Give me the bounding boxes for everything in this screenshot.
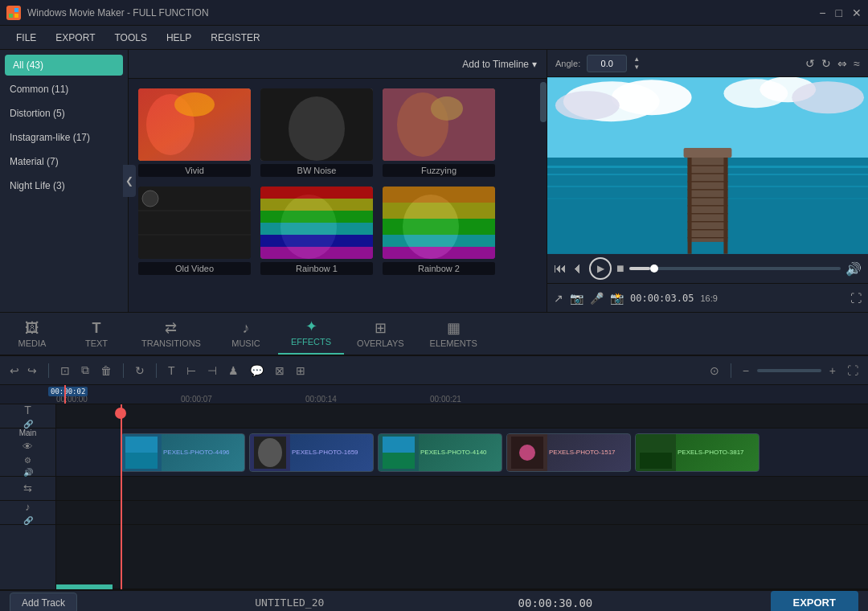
category-common[interactable]: Common (11)	[0, 77, 128, 101]
effect-oldvideo[interactable]: Old Video	[138, 187, 251, 275]
category-all[interactable]: All (43)	[5, 55, 123, 76]
preview-panel: Angle: ▲ ▼ ↺ ↻ ⇔ ≈	[547, 50, 868, 312]
main-track-eye-icon[interactable]: 👁	[23, 441, 33, 453]
svg-rect-73	[640, 453, 672, 469]
undo-button[interactable]: ↩	[6, 363, 23, 379]
effect-vivid[interactable]: Vivid	[138, 88, 251, 177]
tab-elements[interactable]: ▦ ELEMENTS	[417, 314, 490, 355]
bubble-tool[interactable]: 💬	[247, 363, 267, 379]
maximize-button[interactable]: □	[836, 6, 842, 19]
speed-tool[interactable]: ⊣	[204, 363, 220, 379]
music-icon: ♪	[242, 320, 249, 337]
playhead-circle[interactable]	[115, 408, 126, 419]
undo-icon[interactable]: ↺	[805, 57, 815, 70]
clip-pexels-1659[interactable]: PEXELS-PHOTO-1659	[249, 433, 374, 472]
category-instagram[interactable]: Instagram-like (17)	[0, 125, 128, 150]
menu-register[interactable]: REGISTER	[201, 29, 269, 47]
redo-button[interactable]: ↪	[24, 363, 40, 379]
settings-icon[interactable]: ≈	[854, 57, 860, 70]
category-material[interactable]: Material (7)	[0, 150, 128, 174]
delete-tool[interactable]: 🗑	[97, 363, 115, 379]
stop-button[interactable]: ■	[616, 261, 624, 276]
status-bar: Add Track UNTITLED_20 00:00:30.00 EXPORT	[0, 589, 868, 611]
svg-point-67	[258, 438, 282, 467]
prev-frame-button[interactable]: ⏴	[571, 261, 584, 276]
category-nightlife[interactable]: Night Life (3)	[0, 174, 128, 198]
tab-media[interactable]: 🖼 MEDIA	[0, 315, 64, 355]
svg-rect-32	[383, 203, 495, 219]
zoom-slider[interactable]	[757, 369, 821, 372]
tab-text[interactable]: T TEXT	[64, 315, 129, 355]
mirror-icon[interactable]: ⇔	[837, 57, 847, 70]
collapse-panel-button[interactable]: ❮	[123, 165, 136, 197]
effects-grid-outer: Vivid BW Noise	[129, 79, 547, 312]
redo-icon[interactable]: ↻	[821, 57, 831, 70]
video-preview	[547, 77, 868, 254]
clip-pexels-4140[interactable]: PEXELS-PHOTO-4140	[378, 433, 502, 472]
progress-thumb[interactable]	[650, 264, 658, 273]
copy-tool[interactable]: ⧉	[78, 362, 92, 379]
select-tool[interactable]: ⊡	[57, 363, 73, 379]
progress-bar[interactable]	[629, 267, 841, 270]
close-button[interactable]: ✕	[852, 6, 862, 19]
fullscreen-button[interactable]: ⛶	[850, 292, 862, 305]
add-to-timeline-button[interactable]: Add to Timeline ▾	[462, 59, 537, 70]
category-distortion[interactable]: Distortion (5)	[0, 101, 128, 125]
play-button[interactable]: ▶	[589, 257, 612, 280]
ruler-mark-1: 00:00:07	[181, 395, 212, 404]
minimize-button[interactable]: −	[819, 6, 825, 19]
zoom-in-icon[interactable]: +	[826, 363, 839, 379]
menu-help[interactable]: HELP	[157, 29, 201, 47]
loop-tool[interactable]: ↻	[132, 363, 148, 379]
menu-tools[interactable]: TOOLS	[104, 29, 156, 47]
export-button[interactable]: EXPORT	[771, 591, 858, 611]
clip-pexels-3817[interactable]: PEXELS-PHOTO-3817	[635, 433, 760, 472]
svg-rect-61	[688, 154, 692, 254]
skip-back-button[interactable]: ⏮	[554, 261, 567, 276]
effect-fuzzying[interactable]: Fuzzying	[383, 88, 495, 177]
effect-fuzzying-thumbnail	[383, 88, 495, 161]
main-area: All (43) Common (11) Distortion (5) Inst…	[0, 50, 868, 611]
person-tool[interactable]: ♟	[225, 363, 242, 379]
menubar: FILE EXPORT TOOLS HELP REGISTER	[0, 26, 868, 50]
motion-icon[interactable]: ↗	[554, 292, 563, 305]
tab-overlays[interactable]: ⊞ OVERLAYS	[344, 314, 417, 355]
split-tool[interactable]: ⊢	[183, 363, 199, 379]
menu-file[interactable]: FILE	[6, 29, 46, 47]
fullscreen-tl-button[interactable]: ⛶	[844, 363, 862, 379]
track-content: PEXELS-PHOTO-4496 PEXELS-PHOTO-1659	[56, 404, 868, 589]
angle-input[interactable]	[587, 55, 627, 72]
undo-redo-group: ↩ ↪	[6, 363, 40, 379]
camera-icon[interactable]: 📷	[570, 292, 583, 305]
effect-rainbow1[interactable]: Rainbow 1	[260, 187, 373, 275]
angle-arrows: ▲ ▼	[633, 55, 640, 71]
grid-tool[interactable]: ⊞	[293, 363, 309, 379]
tab-effects[interactable]: ✦ EFFECTS	[278, 313, 344, 355]
clip-pexels-4496[interactable]: PEXELS-PHOTO-4496	[121, 433, 245, 472]
tab-transitions[interactable]: ⇄ TRANSITIONS	[129, 314, 214, 355]
zoom-out-icon[interactable]: −	[739, 363, 752, 379]
playhead-ruler[interactable]	[64, 385, 66, 404]
fit-button[interactable]: ⊙	[706, 363, 723, 379]
volume-icon[interactable]: 🔊	[845, 261, 862, 277]
add-track-button[interactable]: Add Track	[10, 593, 77, 612]
angle-down-arrow[interactable]: ▼	[633, 64, 640, 72]
effect-rainbow2[interactable]: Rainbow 2	[383, 187, 495, 275]
toolbar-divider-1	[48, 363, 49, 378]
effect-bwnoise[interactable]: BW Noise	[260, 88, 373, 177]
tab-music[interactable]: ♪ MUSIC	[214, 315, 278, 355]
menu-export[interactable]: EXPORT	[46, 29, 104, 47]
mic-icon[interactable]: 🎤	[590, 292, 604, 305]
angle-up-arrow[interactable]: ▲	[633, 55, 640, 64]
project-duration: 00:00:30.00	[518, 597, 593, 609]
clip-pexels-1517[interactable]: PEXELS-PHOTO-1517	[506, 433, 631, 472]
crop-tool[interactable]: ⊠	[272, 363, 288, 379]
main-track-settings-icon[interactable]: ⚙	[24, 456, 31, 465]
effects-scrollbar[interactable]	[540, 79, 547, 312]
timeline-tracks: T 🔗 Main 👁 ⚙ 🔊 ⇆ ♪ 🔗	[0, 404, 868, 589]
effects-scrollbar-thumb[interactable]	[540, 82, 547, 122]
text-tool[interactable]: T	[165, 363, 178, 379]
snapshot-icon[interactable]: 📸	[610, 292, 624, 305]
svg-rect-69	[383, 453, 415, 469]
progress-fill	[629, 267, 650, 270]
